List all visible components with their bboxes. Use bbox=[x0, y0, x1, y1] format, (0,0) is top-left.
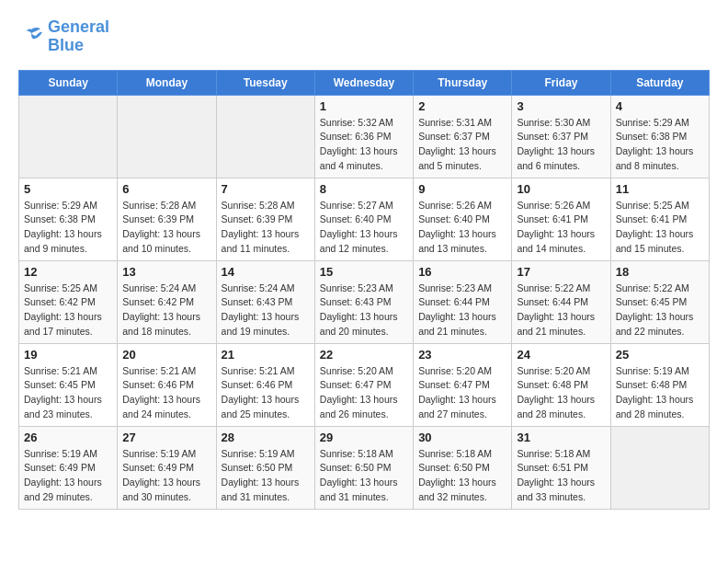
sunset-label: Sunset: 6:37 PM bbox=[418, 131, 490, 142]
calendar-week-row: 12Sunrise: 5:25 AMSunset: 6:42 PMDayligh… bbox=[19, 260, 710, 343]
day-info: Sunrise: 5:19 AMSunset: 6:50 PMDaylight:… bbox=[222, 447, 310, 505]
weekday-header-tuesday: Tuesday bbox=[216, 70, 314, 95]
sunset-label: Sunset: 6:39 PM bbox=[222, 213, 293, 224]
daylight-label: Daylight: 13 hours and 19 minutes. bbox=[222, 311, 300, 337]
day-info: Sunrise: 5:22 AMSunset: 6:44 PMDaylight:… bbox=[517, 282, 605, 339]
calendar-cell: 11Sunrise: 5:25 AMSunset: 6:41 PMDayligh… bbox=[610, 178, 709, 260]
day-number: 4 bbox=[616, 99, 704, 113]
sunrise-label: Sunrise: 5:20 AM bbox=[320, 365, 393, 376]
sunset-label: Sunset: 6:47 PM bbox=[418, 379, 490, 390]
calendar-cell: 28Sunrise: 5:19 AMSunset: 6:50 PMDayligh… bbox=[216, 426, 314, 509]
day-number: 29 bbox=[320, 431, 408, 444]
sunset-label: Sunset: 6:41 PM bbox=[616, 213, 688, 224]
weekday-header-saturday: Saturday bbox=[610, 70, 709, 95]
day-number: 22 bbox=[320, 348, 408, 362]
sunset-label: Sunset: 6:37 PM bbox=[517, 131, 588, 142]
sunset-label: Sunset: 6:48 PM bbox=[517, 379, 588, 390]
calendar-cell bbox=[216, 95, 314, 178]
sunrise-label: Sunrise: 5:26 AM bbox=[418, 200, 492, 211]
sunrise-label: Sunrise: 5:21 AM bbox=[122, 365, 196, 376]
sunrise-label: Sunrise: 5:18 AM bbox=[418, 448, 492, 459]
sunrise-label: Sunrise: 5:23 AM bbox=[418, 282, 492, 293]
day-number: 31 bbox=[517, 431, 605, 444]
day-number: 25 bbox=[616, 348, 704, 362]
day-info: Sunrise: 5:28 AMSunset: 6:39 PMDaylight:… bbox=[122, 199, 210, 257]
daylight-label: Daylight: 13 hours and 21 minutes. bbox=[418, 311, 496, 337]
weekday-header-monday: Monday bbox=[118, 70, 216, 95]
sunset-label: Sunset: 6:51 PM bbox=[517, 462, 588, 473]
day-number: 21 bbox=[222, 348, 310, 362]
daylight-label: Daylight: 13 hours and 15 minutes. bbox=[616, 228, 694, 254]
day-number: 10 bbox=[517, 182, 605, 196]
calendar-cell bbox=[118, 95, 216, 178]
calendar-week-row: 19Sunrise: 5:21 AMSunset: 6:45 PMDayligh… bbox=[19, 343, 710, 426]
calendar-cell: 4Sunrise: 5:29 AMSunset: 6:38 PMDaylight… bbox=[610, 95, 709, 178]
sunrise-label: Sunrise: 5:24 AM bbox=[222, 282, 295, 293]
sunrise-label: Sunrise: 5:20 AM bbox=[517, 365, 590, 376]
daylight-label: Daylight: 13 hours and 27 minutes. bbox=[418, 394, 496, 419]
day-number: 8 bbox=[320, 182, 408, 196]
sunrise-label: Sunrise: 5:21 AM bbox=[222, 365, 295, 376]
day-number: 26 bbox=[24, 431, 112, 444]
day-info: Sunrise: 5:21 AMSunset: 6:46 PMDaylight:… bbox=[122, 364, 210, 422]
calendar-cell: 3Sunrise: 5:30 AMSunset: 6:37 PMDaylight… bbox=[512, 95, 610, 178]
sunrise-label: Sunrise: 5:21 AM bbox=[24, 365, 97, 376]
sunrise-label: Sunrise: 5:20 AM bbox=[418, 365, 492, 376]
day-info: Sunrise: 5:18 AMSunset: 6:51 PMDaylight:… bbox=[517, 447, 605, 505]
daylight-label: Daylight: 13 hours and 17 minutes. bbox=[24, 311, 102, 337]
day-info: Sunrise: 5:20 AMSunset: 6:48 PMDaylight:… bbox=[517, 364, 605, 422]
sunset-label: Sunset: 6:43 PM bbox=[222, 296, 293, 307]
sunrise-label: Sunrise: 5:18 AM bbox=[320, 448, 393, 459]
day-number: 18 bbox=[616, 265, 704, 279]
day-info: Sunrise: 5:20 AMSunset: 6:47 PMDaylight:… bbox=[418, 364, 506, 422]
daylight-label: Daylight: 13 hours and 23 minutes. bbox=[24, 394, 102, 419]
daylight-label: Daylight: 13 hours and 24 minutes. bbox=[122, 394, 200, 419]
calendar-week-row: 1Sunrise: 5:32 AMSunset: 6:36 PMDaylight… bbox=[19, 95, 710, 178]
day-info: Sunrise: 5:18 AMSunset: 6:50 PMDaylight:… bbox=[320, 447, 408, 505]
weekday-header-sunday: Sunday bbox=[19, 70, 118, 95]
sunrise-label: Sunrise: 5:29 AM bbox=[616, 117, 689, 128]
day-info: Sunrise: 5:21 AMSunset: 6:45 PMDaylight:… bbox=[24, 364, 112, 422]
weekday-header-friday: Friday bbox=[512, 70, 610, 95]
day-info: Sunrise: 5:31 AMSunset: 6:37 PMDaylight:… bbox=[418, 116, 506, 174]
logo-text: General bbox=[48, 18, 109, 37]
calendar-cell: 20Sunrise: 5:21 AMSunset: 6:46 PMDayligh… bbox=[118, 343, 216, 426]
day-number: 15 bbox=[320, 265, 408, 279]
page-header: General Blue bbox=[18, 18, 710, 55]
sunset-label: Sunset: 6:50 PM bbox=[320, 462, 392, 473]
daylight-label: Daylight: 13 hours and 12 minutes. bbox=[320, 228, 398, 254]
daylight-label: Daylight: 13 hours and 6 minutes. bbox=[517, 145, 595, 171]
calendar-cell: 27Sunrise: 5:19 AMSunset: 6:49 PMDayligh… bbox=[118, 426, 216, 509]
day-info: Sunrise: 5:18 AMSunset: 6:50 PMDaylight:… bbox=[418, 447, 506, 505]
calendar-cell: 30Sunrise: 5:18 AMSunset: 6:50 PMDayligh… bbox=[414, 426, 512, 509]
calendar-cell: 6Sunrise: 5:28 AMSunset: 6:39 PMDaylight… bbox=[118, 178, 216, 260]
daylight-label: Daylight: 13 hours and 32 minutes. bbox=[418, 477, 496, 502]
sunrise-label: Sunrise: 5:28 AM bbox=[222, 200, 295, 211]
sunrise-label: Sunrise: 5:30 AM bbox=[517, 117, 590, 128]
sunset-label: Sunset: 6:40 PM bbox=[320, 213, 392, 224]
sunrise-label: Sunrise: 5:19 AM bbox=[222, 448, 295, 459]
daylight-label: Daylight: 13 hours and 31 minutes. bbox=[320, 477, 398, 502]
day-info: Sunrise: 5:19 AMSunset: 6:49 PMDaylight:… bbox=[24, 447, 112, 505]
day-info: Sunrise: 5:24 AMSunset: 6:42 PMDaylight:… bbox=[122, 282, 210, 339]
calendar-cell bbox=[610, 426, 709, 509]
day-info: Sunrise: 5:25 AMSunset: 6:41 PMDaylight:… bbox=[616, 199, 704, 257]
logo-bird-icon bbox=[18, 26, 44, 48]
sunset-label: Sunset: 6:49 PM bbox=[122, 462, 194, 473]
logo: General Blue bbox=[18, 18, 109, 55]
sunrise-label: Sunrise: 5:19 AM bbox=[24, 448, 97, 459]
day-number: 14 bbox=[222, 265, 310, 279]
sunrise-label: Sunrise: 5:31 AM bbox=[418, 117, 492, 128]
sunset-label: Sunset: 6:45 PM bbox=[616, 296, 688, 307]
calendar-cell: 21Sunrise: 5:21 AMSunset: 6:46 PMDayligh… bbox=[216, 343, 314, 426]
daylight-label: Daylight: 13 hours and 11 minutes. bbox=[222, 228, 300, 254]
daylight-label: Daylight: 13 hours and 22 minutes. bbox=[616, 311, 694, 337]
calendar-cell: 10Sunrise: 5:26 AMSunset: 6:41 PMDayligh… bbox=[512, 178, 610, 260]
day-info: Sunrise: 5:24 AMSunset: 6:43 PMDaylight:… bbox=[222, 282, 310, 339]
sunset-label: Sunset: 6:48 PM bbox=[616, 379, 688, 390]
day-info: Sunrise: 5:23 AMSunset: 6:44 PMDaylight:… bbox=[418, 282, 506, 339]
calendar-cell: 31Sunrise: 5:18 AMSunset: 6:51 PMDayligh… bbox=[512, 426, 610, 509]
day-number: 23 bbox=[418, 348, 506, 362]
day-info: Sunrise: 5:26 AMSunset: 6:41 PMDaylight:… bbox=[517, 199, 605, 257]
sunset-label: Sunset: 6:46 PM bbox=[222, 379, 293, 390]
